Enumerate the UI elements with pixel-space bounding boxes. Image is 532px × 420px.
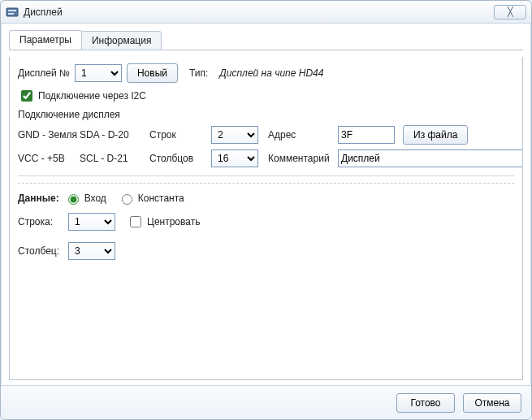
vcc-label: VCC - +5В: [18, 153, 75, 164]
center-checkbox[interactable]: Центровать: [127, 214, 200, 230]
gnd-label: GND - Земля: [18, 129, 75, 141]
dialog-footer: Готово Отмена: [1, 385, 531, 419]
tab-label: Информация: [92, 35, 151, 46]
titlebar: Дисплей ╳: [1, 1, 531, 24]
cancel-button[interactable]: Отмена: [463, 393, 521, 413]
cols-label: Столбцов: [149, 153, 206, 164]
close-icon: ╳: [508, 6, 513, 17]
display-row: Дисплей № 1 Новый Тип: Дисплей на чипе H…: [18, 63, 514, 83]
sda-label: SDA - D-20: [80, 129, 145, 141]
tab-params[interactable]: Параметры: [9, 30, 82, 50]
ok-button[interactable]: Готово: [396, 393, 455, 413]
data-radio-const[interactable]: Константа: [118, 192, 184, 205]
col-label: Столбец:: [18, 245, 63, 257]
svg-rect-2: [8, 13, 14, 15]
connection-section-label: Подключение дисплея: [18, 109, 514, 120]
svg-rect-1: [8, 10, 16, 11]
rows-label: Строк: [149, 129, 206, 141]
col-select[interactable]: 3: [68, 242, 115, 260]
svg-rect-0: [6, 8, 18, 16]
addr-input[interactable]: [338, 126, 395, 144]
i2c-row: Подключение через I2C: [18, 88, 514, 104]
addr-cell: Из файла: [338, 125, 523, 145]
tab-label: Параметры: [19, 34, 71, 45]
ok-button-label: Готово: [410, 397, 440, 409]
type-value: Дисплей на чипе HD44: [219, 67, 323, 79]
tab-strip: Параметры Информация: [9, 30, 523, 50]
i2c-checkbox-input[interactable]: [21, 90, 32, 102]
data-radio-input[interactable]: Вход: [64, 192, 106, 205]
from-file-label: Из файла: [413, 129, 457, 141]
comment-input[interactable]: [338, 149, 523, 167]
cols-select[interactable]: 16: [211, 149, 258, 167]
new-button-label: Новый: [137, 67, 167, 79]
from-file-button[interactable]: Из файла: [403, 125, 468, 145]
row-label: Строка:: [18, 216, 63, 227]
tab-body: Дисплей № 1 Новый Тип: Дисплей на чипе H…: [9, 57, 523, 380]
data-radio-input-ctl[interactable]: [68, 194, 79, 205]
close-button[interactable]: ╳: [494, 5, 526, 19]
dashed-separator: [18, 183, 514, 184]
dialog-window: Дисплей ╳ Параметры Информация Дисплей №…: [0, 0, 532, 420]
separator: [18, 175, 514, 176]
row-select[interactable]: 1: [68, 213, 115, 231]
app-icon: [6, 6, 19, 19]
data-radio-input-label: Вход: [84, 193, 106, 204]
data-label: Данные:: [18, 193, 59, 204]
client-area: Параметры Информация Дисплей № 1 Новый Т…: [1, 24, 531, 385]
data-radio-const-label: Константа: [138, 193, 184, 204]
data-row: Данные: Вход Константа: [18, 192, 514, 205]
connection-grid: GND - Земля SDA - D-20 Строк 2 Адрес Из …: [18, 125, 514, 167]
display-no-label: Дисплей №: [18, 67, 70, 79]
window-title: Дисплей: [24, 6, 63, 18]
comment-label: Комментарий: [268, 153, 333, 164]
scl-label: SCL - D-21: [80, 153, 145, 164]
rows-select[interactable]: 2: [211, 126, 258, 144]
row-pos: Строка: 1 Центровать: [18, 213, 514, 231]
col-pos: Столбец: 3: [18, 242, 514, 260]
center-checkbox-input[interactable]: [130, 216, 141, 227]
new-button[interactable]: Новый: [127, 63, 178, 83]
addr-label: Адрес: [268, 129, 333, 141]
display-no-select[interactable]: 1: [75, 64, 122, 82]
type-label: Тип:: [189, 67, 208, 79]
center-checkbox-label: Центровать: [147, 216, 200, 227]
cancel-button-label: Отмена: [474, 397, 509, 409]
i2c-checkbox[interactable]: Подключение через I2C: [18, 88, 146, 104]
data-radio-const-ctl[interactable]: [122, 194, 132, 205]
tab-info[interactable]: Информация: [81, 31, 162, 50]
i2c-checkbox-label: Подключение через I2C: [38, 90, 146, 102]
